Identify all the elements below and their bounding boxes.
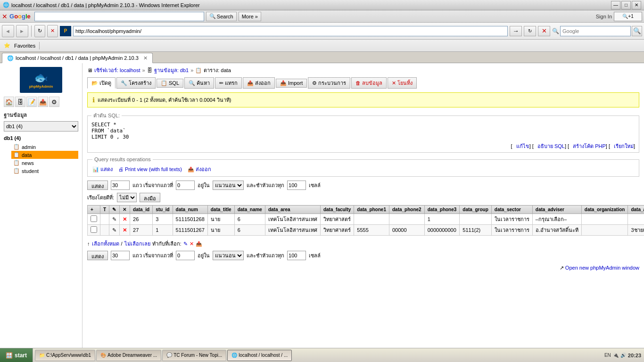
show-button-bottom[interactable]: แสดง (87, 251, 108, 260)
show-count-bottom[interactable] (111, 251, 130, 260)
col-data-group[interactable]: data_group (460, 206, 491, 214)
google-toolbar-search-input[interactable] (560, 26, 631, 36)
sidebar-home-icon[interactable]: 🏠 (4, 97, 14, 107)
export-selected-icon[interactable]: 📤 (196, 241, 202, 247)
sidebar-sql-icon[interactable]: 📝 (26, 97, 37, 107)
stop-small-button[interactable]: ✕ (538, 26, 550, 36)
sql-edit-link[interactable]: แก้ไข (516, 143, 529, 149)
start-row-top[interactable] (176, 181, 195, 190)
refresh-button[interactable]: ↻ (34, 25, 45, 37)
stop-button[interactable]: ✕ (47, 25, 58, 37)
select-all-link[interactable]: เลือกทั้งหมด (92, 239, 119, 248)
row-checkbox-1[interactable] (91, 226, 97, 233)
row-edit-icon-1[interactable]: ✎ (112, 227, 116, 233)
col-data-sector[interactable]: data_sector (491, 206, 532, 214)
task-dreamweaver[interactable]: 🎨 Adobe Dreamweaver ... (96, 350, 161, 351)
sidebar-item-admin[interactable]: 📋 admin (11, 143, 78, 151)
task-localhost[interactable]: 🌐 localhost / localhost / ... (227, 350, 292, 351)
go-button[interactable]: ลงมือ (140, 193, 160, 202)
show-button-top[interactable]: แสดง (87, 181, 108, 190)
address-bar[interactable] (73, 26, 508, 36)
search-button[interactable]: 🔍 ค้นหา (184, 77, 214, 89)
edit-selected-icon[interactable]: ✎ (183, 241, 188, 247)
sidebar-databases-icon[interactable]: 🗄 (15, 97, 25, 107)
minimize-button[interactable]: — (611, 1, 620, 9)
col-data-adviser[interactable]: data_adviser (532, 206, 581, 214)
header-interval-bottom[interactable] (287, 251, 306, 260)
cell-data-org (581, 225, 628, 236)
qr-display-item[interactable]: 📊 แสดง (92, 165, 113, 173)
google-toolbar-search-button[interactable]: 🔍 (632, 26, 642, 36)
google-more-button[interactable]: More » (239, 12, 261, 21)
address-go-button[interactable]: → (510, 26, 522, 36)
col-stu-id[interactable]: stu_id (153, 206, 173, 214)
task-appserv[interactable]: 📁 C:\AppServ\www\db1 (35, 350, 95, 351)
qr-export-item[interactable]: 📤 ส่งออก (188, 165, 211, 173)
start-button[interactable]: 🪟 start (0, 348, 33, 351)
row-delete-icon-0[interactable]: ✕ (123, 216, 127, 222)
google-sign-in[interactable]: Sign In (596, 14, 612, 19)
col-data-id[interactable]: data_id (130, 206, 153, 214)
google-search-button[interactable]: 🔍 Search (206, 12, 237, 21)
col-data-area[interactable]: data_area (265, 206, 320, 214)
back-button[interactable]: ◄ (2, 25, 14, 37)
sidebar-item-student[interactable]: 📋 student (11, 167, 78, 175)
favorites-label[interactable]: Favorites (14, 43, 35, 49)
maximize-button[interactable]: □ (621, 1, 631, 9)
col-data-phone1[interactable]: data_phone1 (354, 206, 389, 214)
insert-button[interactable]: ✏ แทรก (215, 77, 242, 89)
database-select[interactable]: db1 (4) (4, 121, 78, 132)
col-data-phone2[interactable]: data_phone2 (389, 206, 424, 214)
sidebar-settings-icon[interactable]: ⚙ (49, 97, 59, 107)
sql-explain-link[interactable]: อธิบาย SQL (537, 143, 565, 149)
mode-select-top[interactable]: แนวนอน (213, 181, 244, 190)
export-qr-icon: 📤 (188, 166, 194, 173)
close-button[interactable]: ✕ (632, 1, 641, 9)
structure-button[interactable]: 🔧 โครงสร้าง (116, 77, 156, 89)
sidebar-export-icon[interactable]: 📤 (38, 97, 48, 107)
import-button[interactable]: 📥 Import (276, 79, 307, 88)
col-data-title[interactable]: data_title (207, 206, 234, 214)
row-delete-icon-1[interactable]: ✕ (123, 227, 127, 233)
server-link[interactable]: เซิร์ฟเวอร์: localhost (94, 66, 140, 74)
browser-tab[interactable]: 🌐 localhost / localhost / db1 / data | p… (2, 53, 153, 63)
truncate-button[interactable]: 🗑 ลบข้อมูล (351, 77, 387, 89)
col-data-num[interactable]: data_num (173, 206, 207, 214)
sort-select[interactable]: ไม่มี (117, 193, 137, 202)
col-data-org[interactable]: data_organization (581, 206, 628, 214)
show-count-top[interactable] (111, 181, 130, 190)
delete-selected-icon[interactable]: ✕ (190, 241, 194, 247)
sql-line2: FROM `data` (91, 128, 635, 134)
deselect-link[interactable]: ไม่เลือกเลย (124, 239, 150, 248)
sql-php-link[interactable]: สร้างโค้ด PHP (573, 143, 606, 149)
mode-select-bottom[interactable]: แนวนอน (213, 251, 244, 260)
db-link[interactable]: ฐานข้อมูล: db1 (154, 66, 189, 74)
sql-refresh-link[interactable]: เรียกใหม่ (614, 143, 634, 149)
forward-button[interactable]: ► (16, 25, 28, 37)
col-data-address[interactable]: data_address (628, 206, 644, 214)
task-forum[interactable]: 💬 TC Forum - New Topi... (162, 350, 226, 351)
sidebar-item-news[interactable]: 📋 news (11, 159, 78, 167)
cell-data-phone3: 0000000000 (424, 225, 460, 236)
col-data-faculty[interactable]: data_faculty (320, 206, 354, 214)
export-button[interactable]: 📤 ส่งออก (243, 77, 275, 89)
sql-button[interactable]: 📋 SQL (157, 79, 183, 88)
google-search-input[interactable] (34, 12, 204, 21)
table-breadcrumb-icon: 📋 (195, 67, 202, 74)
cell-data-sector: ในเวลาราชการ (491, 225, 532, 236)
row-checkbox-0[interactable] (91, 215, 97, 222)
operations-button[interactable]: ⚙ กระบวนการ (308, 77, 350, 89)
refresh-small-button[interactable]: ↻ (524, 26, 536, 36)
sidebar-item-data[interactable]: 📋 data (11, 151, 78, 159)
header-interval-top[interactable] (287, 181, 306, 190)
qr-print-item[interactable]: 🖨 Print view (with full texts) (118, 166, 182, 172)
browse-button[interactable]: 📂 เปิดดู (87, 77, 116, 89)
cell-data-phone3: 1 (424, 214, 460, 225)
col-data-name[interactable]: data_name (234, 206, 265, 214)
tab-close-icon[interactable]: ✕ (143, 55, 148, 61)
drop-button[interactable]: ✕ โยนทิ้ง (388, 77, 417, 89)
col-data-phone3[interactable]: data_phone3 (424, 206, 460, 214)
start-row-bottom[interactable] (176, 251, 195, 260)
row-edit-icon-0[interactable]: ✎ (112, 216, 116, 222)
open-pma-link[interactable]: Open new phpMyAdmin window (565, 265, 639, 271)
